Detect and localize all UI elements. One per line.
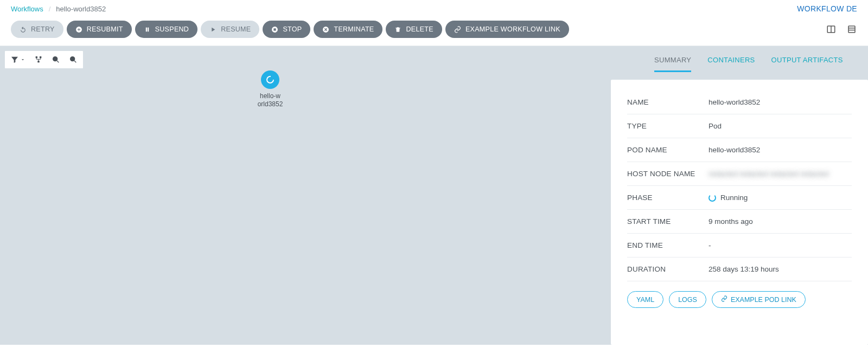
example-pod-link-button[interactable]: EXAMPLE POD LINK	[712, 291, 806, 308]
zoom-in-icon[interactable]	[52, 55, 60, 64]
retry-label: RETRY	[31, 25, 55, 33]
host-node-label: HOST NODE NAME	[627, 170, 709, 178]
svg-rect-4	[274, 28, 276, 30]
svg-rect-1	[145, 27, 146, 31]
summary-card: NAME hello-world3852 TYPE Pod POD NAME h…	[611, 80, 868, 345]
toolbar: RETRY RESUBMIT SUSPEND RESUME STOP TERMI…	[0, 18, 868, 46]
svg-rect-2	[148, 27, 149, 31]
breadcrumb-separator: /	[49, 5, 51, 13]
tab-output-artifacts[interactable]: OUTPUT ARTIFACTS	[771, 56, 843, 72]
tab-containers[interactable]: CONTAINERS	[707, 56, 755, 72]
type-value: Pod	[709, 122, 852, 130]
zoom-out-icon[interactable]	[69, 55, 78, 64]
svg-rect-13	[37, 61, 39, 62]
svg-point-21	[267, 76, 273, 83]
resume-button[interactable]: RESUME	[201, 21, 259, 38]
x-circle-icon	[322, 26, 329, 33]
running-spinner-icon	[709, 194, 716, 202]
breadcrumb-root-link[interactable]: Workflows	[11, 5, 43, 13]
tab-summary[interactable]: SUMMARY	[654, 56, 691, 72]
resume-label: RESUME	[221, 25, 251, 33]
retry-button[interactable]: RETRY	[11, 21, 63, 38]
undo-icon	[20, 26, 27, 33]
example-workflow-link-button[interactable]: EXAMPLE WORKFLOW LINK	[445, 21, 569, 38]
kv-end-time: END TIME -	[627, 234, 852, 258]
workflow-canvas[interactable]: hello-world3852	[0, 46, 601, 345]
kv-start-time: START TIME 9 months ago	[627, 210, 852, 234]
host-node-value: redacted redacted redacted redacted	[709, 170, 852, 178]
kv-type: TYPE Pod	[627, 114, 852, 138]
end-time-label: END TIME	[627, 241, 709, 249]
duration-value: 258 days 13:19 hours	[709, 265, 852, 273]
list-icon[interactable]	[846, 24, 857, 35]
example-pod-link-label: EXAMPLE POD LINK	[731, 296, 796, 304]
end-time-value: -	[709, 241, 852, 249]
breadcrumb-current: hello-world3852	[56, 5, 106, 13]
svg-rect-11	[36, 56, 37, 58]
trash-icon	[394, 26, 401, 33]
kv-host-node: HOST NODE NAME redacted redacted redacte…	[627, 162, 852, 186]
resubmit-button[interactable]: RESUBMIT	[67, 21, 132, 38]
svg-line-19	[74, 61, 76, 62]
phase-label: PHASE	[627, 194, 709, 202]
terminate-label: TERMINATE	[334, 25, 374, 33]
svg-rect-12	[40, 56, 41, 58]
side-panel: SUMMARY CONTAINERS OUTPUT ARTIFACTS NAME…	[601, 46, 868, 345]
svg-line-15	[57, 61, 59, 62]
kv-name: NAME hello-world3852	[627, 91, 852, 114]
breadcrumb: Workflows / hello-world3852	[11, 5, 106, 13]
workflow-details-label[interactable]: WORKFLOW DE	[797, 4, 857, 13]
link-icon	[454, 26, 461, 33]
kv-duration: DURATION 258 days 13:19 hours	[627, 258, 852, 281]
suspend-label: SUSPEND	[155, 25, 189, 33]
name-value: hello-world3852	[709, 98, 852, 106]
node-status-icon	[261, 70, 279, 89]
filter-dropdown[interactable]	[10, 55, 25, 64]
example-workflow-link-label: EXAMPLE WORKFLOW LINK	[465, 25, 560, 33]
logs-button[interactable]: LOGS	[669, 291, 706, 308]
pod-name-label: POD NAME	[627, 146, 709, 154]
phase-value: Running	[709, 194, 852, 202]
pod-name-value: hello-world3852	[709, 146, 852, 154]
type-label: TYPE	[627, 122, 709, 130]
stop-button[interactable]: STOP	[263, 21, 310, 38]
link-icon	[721, 295, 727, 304]
stop-circle-icon	[271, 26, 278, 33]
pause-icon	[144, 26, 151, 33]
start-time-label: START TIME	[627, 217, 709, 226]
delete-button[interactable]: DELETE	[386, 21, 442, 38]
terminate-button[interactable]: TERMINATE	[314, 21, 382, 38]
canvas-tools	[4, 50, 84, 69]
duration-label: DURATION	[627, 265, 709, 273]
columns-icon[interactable]	[826, 24, 837, 35]
name-label: NAME	[627, 98, 709, 106]
resubmit-label: RESUBMIT	[87, 25, 123, 33]
start-time-value: 9 months ago	[709, 217, 852, 226]
play-icon	[209, 26, 216, 33]
workflow-node[interactable]: hello-world3852	[254, 70, 286, 108]
suspend-button[interactable]: SUSPEND	[135, 21, 198, 38]
yaml-button[interactable]: YAML	[627, 291, 663, 308]
graph-layout-icon[interactable]	[34, 55, 43, 64]
plus-circle-icon	[75, 26, 82, 33]
node-label: hello-world3852	[254, 92, 286, 108]
svg-rect-8	[848, 26, 855, 33]
delete-label: DELETE	[406, 25, 433, 33]
kv-pod-name: POD NAME hello-world3852	[627, 138, 852, 162]
kv-phase: PHASE Running	[627, 186, 852, 210]
stop-label: STOP	[283, 25, 302, 33]
